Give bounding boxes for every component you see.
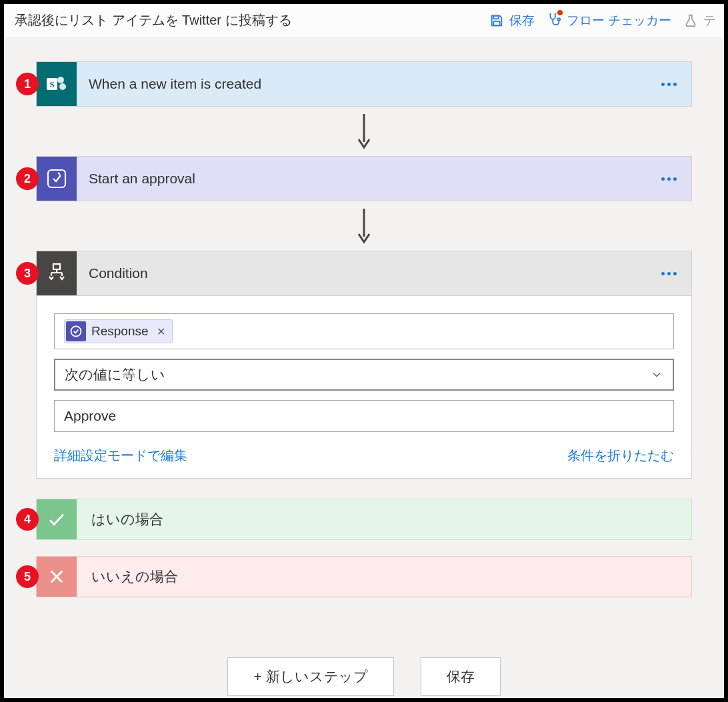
branch-yes-card[interactable]: はいの場合 — [36, 499, 692, 540]
callout-badge-5: 5 — [16, 565, 39, 588]
branch-yes-label: はいの場合 — [77, 510, 178, 529]
svg-point-6 — [59, 83, 66, 90]
svg-point-5 — [57, 77, 64, 83]
flow-title: 承認後にリスト アイテムを Twitter に投稿する — [15, 11, 489, 29]
step-trigger-row: 1 S When a new item is created — [36, 61, 692, 107]
callout-badge-4: 4 — [16, 508, 39, 531]
chevron-down-icon — [650, 368, 663, 381]
arrow-1 — [36, 107, 692, 156]
step-condition-label: Condition — [77, 265, 647, 281]
flow-designer-app: 承認後にリスト アイテムを Twitter に投稿する 保存 — [4, 4, 724, 698]
token-remove-icon[interactable]: ✕ — [154, 325, 165, 338]
check-icon — [37, 499, 77, 539]
svg-rect-1 — [493, 21, 499, 25]
flask-icon — [683, 13, 698, 28]
step-approval-more-icon[interactable] — [647, 177, 691, 181]
condition-icon — [37, 251, 77, 295]
callout-badge-2: 2 — [16, 167, 39, 190]
topbar-actions: 保存 フロー チェッカー — [489, 11, 716, 29]
save-icon — [489, 13, 504, 28]
condition-body-container: Response ✕ 次の値に等しい Approve 詳細設定モードで編集 条件… — [36, 296, 692, 479]
approval-token-icon — [66, 321, 86, 341]
test-action[interactable]: テ — [683, 12, 716, 29]
edit-advanced-link[interactable]: 詳細設定モードで編集 — [54, 447, 187, 465]
callout-badge-3: 3 — [16, 262, 39, 285]
arrow-2 — [36, 201, 692, 251]
svg-rect-10 — [53, 264, 60, 269]
cross-icon — [37, 557, 77, 597]
flow-checker-action[interactable]: フロー チェッカー — [547, 11, 671, 29]
condition-links: 詳細設定モードで編集 条件を折りたたむ — [54, 441, 674, 465]
sharepoint-icon: S — [37, 62, 77, 106]
new-step-button[interactable]: + 新しいステップ — [227, 657, 393, 696]
checker-label: フロー チェッカー — [567, 12, 671, 29]
svg-text:S: S — [49, 79, 54, 89]
condition-right-operand[interactable]: Approve — [54, 400, 674, 432]
branch-no-row: 5 いいえの場合 — [36, 556, 692, 597]
svg-point-15 — [71, 327, 81, 337]
step-trigger-label: When a new item is created — [77, 76, 647, 92]
svg-point-2 — [557, 18, 560, 21]
condition-left-operand[interactable]: Response ✕ — [54, 313, 674, 349]
save-action[interactable]: 保存 — [489, 12, 535, 29]
branch-no-label: いいえの場合 — [77, 567, 193, 586]
collapse-condition-link[interactable]: 条件を折りたたむ — [567, 447, 674, 465]
step-trigger-card[interactable]: S When a new item is created — [36, 61, 692, 107]
bottom-actions: + 新しいステップ 保存 — [36, 657, 692, 696]
step-approval-row: 2 Start an approval — [36, 156, 692, 201]
branch-no-card[interactable]: いいえの場合 — [36, 556, 692, 597]
step-condition-row: 3 Condition — [36, 251, 692, 296]
notification-dot-icon — [556, 9, 564, 17]
save-button[interactable]: 保存 — [421, 657, 501, 696]
test-label: テ — [703, 12, 716, 29]
operator-value: 次の値に等しい — [65, 365, 165, 384]
flow-canvas: 1 S When a new item is created — [4, 37, 724, 698]
topbar: 承認後にリスト アイテムを Twitter に投稿する 保存 — [4, 4, 724, 37]
condition-operator-select[interactable]: 次の値に等しい — [54, 359, 674, 391]
dynamic-token-response[interactable]: Response ✕ — [64, 319, 173, 343]
step-trigger-more-icon[interactable] — [647, 83, 691, 86]
step-approval-label: Start an approval — [77, 171, 647, 187]
checker-icon-wrap — [547, 11, 561, 29]
value-text: Approve — [64, 408, 116, 424]
svg-rect-0 — [493, 15, 498, 19]
callout-badge-1: 1 — [16, 73, 39, 95]
svg-rect-8 — [48, 170, 65, 187]
condition-body: Response ✕ 次の値に等しい Approve 詳細設定モードで編集 条件… — [37, 296, 691, 478]
save-label: 保存 — [509, 12, 535, 29]
branch-yes-row: 4 はいの場合 — [36, 499, 692, 540]
approval-icon — [37, 157, 77, 201]
step-approval-card[interactable]: Start an approval — [36, 156, 692, 201]
token-label: Response — [91, 324, 149, 339]
step-condition-card[interactable]: Condition — [36, 251, 692, 296]
step-condition-more-icon[interactable] — [647, 272, 691, 275]
